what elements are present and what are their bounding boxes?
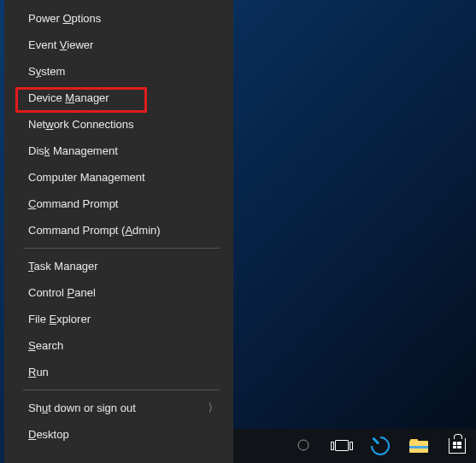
menu-run[interactable]: Run bbox=[4, 359, 233, 385]
menu-command-prompt[interactable]: Command Prompt bbox=[4, 190, 233, 217]
edge-icon bbox=[367, 432, 393, 459]
svg-point-0 bbox=[298, 440, 309, 450]
taskbar bbox=[233, 429, 476, 463]
menu-system[interactable]: System bbox=[4, 58, 233, 85]
taskbar-cortana[interactable] bbox=[285, 429, 323, 463]
cortana-icon bbox=[297, 438, 310, 454]
menu-separator bbox=[23, 248, 220, 249]
menu-control-panel[interactable]: Control Panel bbox=[4, 279, 233, 306]
store-icon bbox=[449, 438, 466, 454]
menu-search[interactable]: Search bbox=[4, 332, 233, 359]
taskbar-file-explorer[interactable] bbox=[399, 429, 438, 463]
menu-device-manager[interactable]: Device Manager bbox=[4, 85, 233, 111]
menu-command-prompt-admin[interactable]: Command Prompt (Admin) bbox=[4, 217, 233, 243]
winx-context-menu: Power OptionsEvent ViewerSystemDevice Ma… bbox=[4, 0, 233, 463]
menu-computer-management[interactable]: Computer Management bbox=[4, 164, 233, 190]
taskview-icon bbox=[332, 439, 351, 453]
menu-disk-management[interactable]: Disk Management bbox=[4, 138, 233, 164]
menu-task-manager[interactable]: Task Manager bbox=[4, 253, 233, 279]
menu-event-viewer[interactable]: Event Viewer bbox=[4, 32, 233, 58]
menu-power-options[interactable]: Power Options bbox=[4, 5, 233, 32]
menu-file-explorer[interactable]: File Explorer bbox=[4, 306, 233, 332]
menu-desktop[interactable]: Desktop bbox=[4, 421, 233, 448]
explorer-icon bbox=[409, 439, 428, 453]
taskbar-store[interactable] bbox=[438, 429, 476, 463]
menu-separator bbox=[23, 390, 220, 390]
menu-shutdown-signout[interactable]: Shut down or sign out bbox=[4, 395, 233, 421]
taskbar-edge[interactable] bbox=[361, 429, 400, 463]
menu-network-connections[interactable]: Network Connections bbox=[4, 111, 233, 138]
taskbar-task-view[interactable] bbox=[323, 429, 361, 463]
